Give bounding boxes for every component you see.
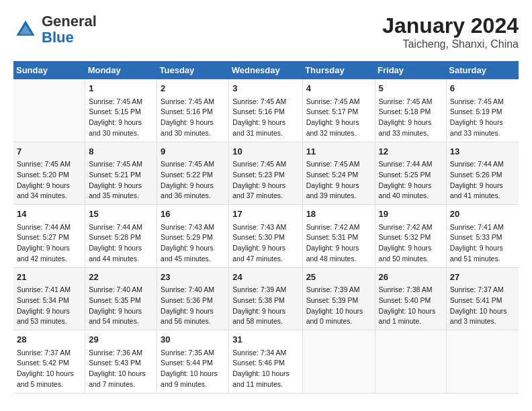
weekday-header-row: SundayMondayTuesdayWednesdayThursdayFrid… [13, 61, 519, 79]
logo: General Blue [13, 13, 97, 46]
location: Taicheng, Shanxi, China [382, 38, 519, 50]
calendar-cell: 4Sunrise: 7:45 AMSunset: 5:17 PMDaylight… [302, 79, 375, 142]
calendar-cell: 10Sunrise: 7:45 AMSunset: 5:23 PMDayligh… [229, 142, 302, 205]
day-number: 11 [306, 145, 371, 158]
calendar-cell: 22Sunrise: 7:40 AMSunset: 5:35 PMDayligh… [85, 267, 157, 330]
day-number: 12 [379, 145, 443, 158]
day-number: 8 [89, 145, 153, 158]
calendar-cell: 1Sunrise: 7:45 AMSunset: 5:15 PMDaylight… [85, 79, 157, 142]
calendar-cell: 29Sunrise: 7:36 AMSunset: 5:43 PMDayligh… [85, 330, 157, 394]
day-info: Sunrise: 7:37 AMSunset: 5:42 PMDaylight:… [17, 348, 81, 390]
calendar-cell: 11Sunrise: 7:45 AMSunset: 5:24 PMDayligh… [302, 142, 375, 205]
day-number: 28 [17, 333, 81, 347]
day-info: Sunrise: 7:43 AMSunset: 5:30 PMDaylight:… [232, 222, 298, 265]
calendar-cell: 24Sunrise: 7:39 AMSunset: 5:38 PMDayligh… [229, 267, 302, 330]
weekday-header-tuesday: Tuesday [157, 61, 229, 79]
day-number: 30 [161, 333, 225, 347]
weekday-header-saturday: Saturday [446, 61, 519, 79]
day-number: 6 [450, 82, 515, 95]
day-number: 19 [379, 208, 443, 221]
week-row-2: 7Sunrise: 7:45 AMSunset: 5:20 PMDaylight… [13, 142, 519, 205]
day-number: 9 [161, 145, 225, 158]
day-number: 16 [161, 208, 225, 221]
calendar-cell: 18Sunrise: 7:42 AMSunset: 5:31 PMDayligh… [302, 205, 375, 268]
day-number: 21 [17, 271, 81, 284]
calendar-cell: 2Sunrise: 7:45 AMSunset: 5:16 PMDaylight… [157, 79, 229, 142]
day-info: Sunrise: 7:45 AMSunset: 5:16 PMDaylight:… [161, 97, 225, 139]
calendar-cell: 25Sunrise: 7:39 AMSunset: 5:39 PMDayligh… [302, 267, 375, 330]
day-number: 24 [232, 271, 298, 284]
day-info: Sunrise: 7:45 AMSunset: 5:16 PMDaylight:… [232, 97, 298, 139]
day-number: 15 [89, 208, 153, 221]
day-number: 25 [306, 271, 371, 284]
weekday-header-thursday: Thursday [302, 61, 375, 79]
day-info: Sunrise: 7:42 AMSunset: 5:31 PMDaylight:… [306, 222, 371, 265]
day-info: Sunrise: 7:41 AMSunset: 5:33 PMDaylight:… [450, 222, 515, 265]
day-number: 14 [17, 208, 81, 221]
day-number: 2 [161, 82, 225, 95]
day-info: Sunrise: 7:43 AMSunset: 5:29 PMDaylight:… [161, 222, 225, 265]
day-info: Sunrise: 7:44 AMSunset: 5:25 PMDaylight:… [379, 159, 443, 201]
calendar-cell [302, 330, 375, 394]
day-info: Sunrise: 7:45 AMSunset: 5:18 PMDaylight:… [379, 97, 443, 139]
calendar-cell: 14Sunrise: 7:44 AMSunset: 5:27 PMDayligh… [13, 205, 85, 268]
day-info: Sunrise: 7:45 AMSunset: 5:19 PMDaylight:… [450, 97, 515, 139]
calendar-cell: 3Sunrise: 7:45 AMSunset: 5:16 PMDaylight… [229, 79, 302, 142]
day-info: Sunrise: 7:34 AMSunset: 5:46 PMDaylight:… [232, 348, 298, 390]
calendar-cell: 21Sunrise: 7:41 AMSunset: 5:34 PMDayligh… [13, 267, 85, 330]
day-number: 31 [232, 333, 298, 347]
calendar-cell: 31Sunrise: 7:34 AMSunset: 5:46 PMDayligh… [229, 330, 302, 394]
day-number: 20 [450, 208, 515, 221]
calendar-cell [13, 79, 85, 142]
calendar-cell [375, 330, 446, 394]
week-row-4: 21Sunrise: 7:41 AMSunset: 5:34 PMDayligh… [13, 267, 519, 330]
day-info: Sunrise: 7:37 AMSunset: 5:41 PMDaylight:… [450, 285, 515, 327]
day-number: 22 [89, 271, 153, 284]
calendar-cell: 19Sunrise: 7:42 AMSunset: 5:32 PMDayligh… [375, 205, 446, 268]
day-info: Sunrise: 7:41 AMSunset: 5:34 PMDaylight:… [17, 285, 81, 327]
weekday-header-monday: Monday [85, 61, 157, 79]
day-number: 3 [232, 82, 298, 95]
day-number: 7 [17, 145, 81, 158]
calendar-cell: 13Sunrise: 7:44 AMSunset: 5:26 PMDayligh… [446, 142, 519, 205]
day-info: Sunrise: 7:40 AMSunset: 5:36 PMDaylight:… [161, 285, 225, 327]
month-title: January 2024 [382, 13, 519, 38]
day-number: 13 [450, 145, 515, 158]
calendar-cell: 30Sunrise: 7:35 AMSunset: 5:44 PMDayligh… [157, 330, 229, 394]
day-info: Sunrise: 7:45 AMSunset: 5:24 PMDaylight:… [306, 159, 371, 201]
week-row-3: 14Sunrise: 7:44 AMSunset: 5:27 PMDayligh… [13, 205, 519, 268]
calendar-cell: 5Sunrise: 7:45 AMSunset: 5:18 PMDaylight… [375, 79, 446, 142]
day-info: Sunrise: 7:45 AMSunset: 5:20 PMDaylight:… [17, 159, 81, 201]
calendar-table: SundayMondayTuesdayWednesdayThursdayFrid… [13, 61, 519, 394]
day-info: Sunrise: 7:45 AMSunset: 5:21 PMDaylight:… [89, 159, 153, 201]
day-info: Sunrise: 7:45 AMSunset: 5:17 PMDaylight:… [306, 97, 371, 139]
day-number: 17 [232, 208, 298, 221]
calendar-cell: 17Sunrise: 7:43 AMSunset: 5:30 PMDayligh… [229, 205, 302, 268]
day-info: Sunrise: 7:45 AMSunset: 5:23 PMDaylight:… [232, 159, 298, 201]
calendar-cell: 16Sunrise: 7:43 AMSunset: 5:29 PMDayligh… [157, 205, 229, 268]
weekday-header-wednesday: Wednesday [229, 61, 302, 79]
calendar-cell: 9Sunrise: 7:45 AMSunset: 5:22 PMDaylight… [157, 142, 229, 205]
day-number: 29 [89, 333, 153, 347]
weekday-header-sunday: Sunday [13, 61, 85, 79]
day-info: Sunrise: 7:40 AMSunset: 5:35 PMDaylight:… [89, 285, 153, 327]
calendar-cell: 8Sunrise: 7:45 AMSunset: 5:21 PMDaylight… [85, 142, 157, 205]
day-number: 23 [161, 271, 225, 284]
logo-icon [13, 17, 38, 42]
week-row-1: 1Sunrise: 7:45 AMSunset: 5:15 PMDaylight… [13, 79, 519, 142]
day-number: 18 [306, 208, 371, 221]
calendar-cell: 6Sunrise: 7:45 AMSunset: 5:19 PMDaylight… [446, 79, 519, 142]
logo-text: General Blue [42, 13, 97, 46]
calendar-cell: 28Sunrise: 7:37 AMSunset: 5:42 PMDayligh… [13, 330, 85, 394]
day-info: Sunrise: 7:44 AMSunset: 5:28 PMDaylight:… [89, 222, 153, 265]
calendar-cell: 15Sunrise: 7:44 AMSunset: 5:28 PMDayligh… [85, 205, 157, 268]
calendar-cell: 7Sunrise: 7:45 AMSunset: 5:20 PMDaylight… [13, 142, 85, 205]
weekday-header-friday: Friday [375, 61, 446, 79]
day-number: 5 [379, 82, 443, 95]
page-header: General Blue January 2024 Taicheng, Shan… [13, 13, 519, 50]
day-info: Sunrise: 7:35 AMSunset: 5:44 PMDaylight:… [161, 348, 225, 390]
calendar-cell [446, 330, 519, 394]
day-info: Sunrise: 7:39 AMSunset: 5:38 PMDaylight:… [232, 285, 298, 327]
day-number: 1 [89, 82, 153, 95]
calendar-cell: 20Sunrise: 7:41 AMSunset: 5:33 PMDayligh… [446, 205, 519, 268]
